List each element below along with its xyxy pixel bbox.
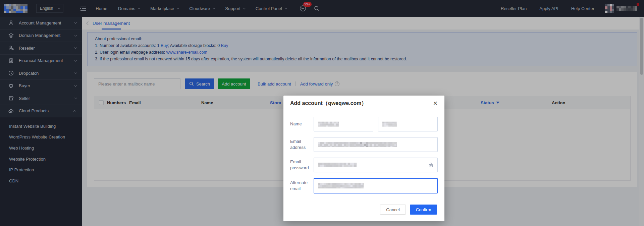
- email-password-field-row: Email password: [290, 158, 438, 172]
- add-account-modal: Add account（qweqwe.com） ✕ Name Email add…: [283, 96, 444, 221]
- lock-icon[interactable]: [428, 162, 433, 168]
- alternate-email-field-row: Alternate email: [290, 178, 438, 193]
- alternate-email-input[interactable]: [314, 178, 438, 193]
- modal-title: Add account（qweqwe.com）: [290, 100, 367, 107]
- email-address-input[interactable]: [314, 137, 438, 152]
- close-icon[interactable]: ✕: [433, 101, 438, 106]
- modal-body: Name Email address Email password: [283, 111, 444, 205]
- email-password-value-redacted: [318, 163, 357, 167]
- modal-footer: Cancel Confirm: [283, 205, 444, 221]
- email-address-field-row: Email address: [290, 137, 438, 152]
- email-domain-redacted: [360, 142, 397, 147]
- modal-header: Add account（qweqwe.com） ✕: [283, 96, 444, 111]
- email-address-label: Email address: [290, 138, 314, 151]
- first-name-input[interactable]: [314, 117, 373, 131]
- last-name-value-redacted: [382, 122, 397, 127]
- alternate-email-label: Alternate email: [290, 180, 314, 192]
- confirm-button[interactable]: Confirm: [410, 205, 437, 215]
- name-field-row: Name: [290, 117, 438, 131]
- email-password-input[interactable]: [314, 158, 438, 172]
- email-password-label: Email password: [290, 159, 314, 171]
- cancel-button[interactable]: Cancel: [380, 205, 406, 215]
- first-name-value-redacted: [318, 122, 339, 127]
- name-label: Name: [290, 121, 314, 127]
- last-name-input[interactable]: [378, 117, 438, 131]
- alternate-email-value-redacted: [318, 183, 364, 188]
